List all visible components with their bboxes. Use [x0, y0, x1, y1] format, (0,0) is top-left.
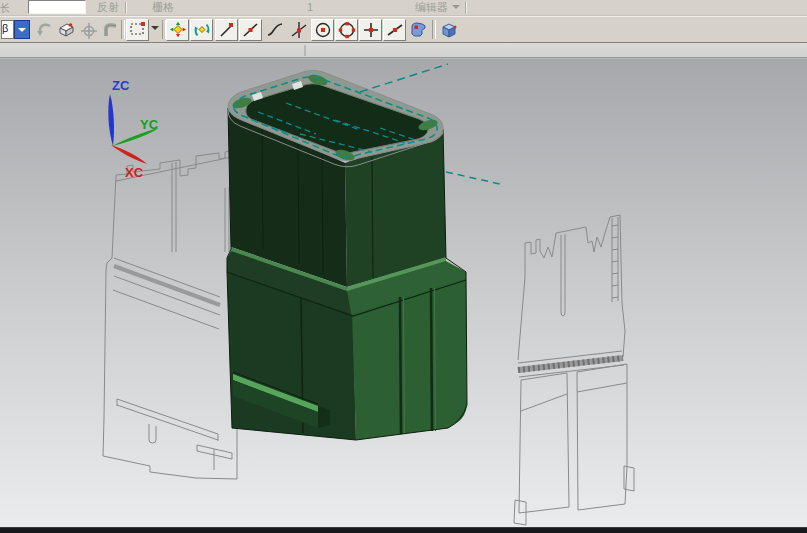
- solid-body-button[interactable]: [437, 19, 460, 41]
- z-axis-label: ZC: [112, 78, 130, 93]
- rectangle-select-dropdown[interactable]: [149, 19, 161, 41]
- chevron-down-icon: [18, 28, 26, 36]
- arc-center-snap-icon: [313, 20, 333, 40]
- intersection-snap-icon: [289, 20, 309, 40]
- tangent-point-snap-icon: [265, 20, 285, 40]
- clipped-label: 长: [0, 1, 9, 16]
- reflect-label: 反射: [97, 1, 119, 14]
- snap-point-icon: [168, 20, 188, 40]
- editor-dropdown-icon[interactable]: [452, 5, 460, 13]
- snap-toolbar: β: [0, 16, 807, 44]
- nx-cad-window: 长 反射 栅格 1 编辑器 β: [0, 0, 807, 533]
- rectangle-select-button[interactable]: [126, 19, 149, 41]
- solid-body-cube-icon: [439, 20, 459, 40]
- elbow-pipe-icon: [101, 20, 121, 40]
- toolbar-top: 长 反射 栅格 1 编辑器: [0, 0, 807, 16]
- undo-button[interactable]: [33, 19, 56, 41]
- quadrant-snap-button[interactable]: [335, 19, 358, 41]
- arc-center-snap-button[interactable]: [311, 19, 334, 41]
- endpoint-snap-button[interactable]: [215, 19, 238, 41]
- toolbar-separator: [125, 2, 126, 13]
- combo-fragment: β: [1, 20, 14, 39]
- status-bar-strip: [0, 527, 807, 533]
- toolbar-separator: [465, 2, 466, 13]
- elbow-button[interactable]: [99, 19, 122, 41]
- graphics-viewport[interactable]: ZC YC XC: [0, 42, 807, 527]
- editor-label: 编辑器: [415, 1, 448, 14]
- endpoint-snap-icon: [217, 20, 237, 40]
- rotate-point-button[interactable]: [190, 19, 213, 41]
- chevron-down-icon: [151, 26, 159, 34]
- midpoint-snap-button[interactable]: [239, 19, 262, 41]
- existing-point-snap-icon: [361, 20, 381, 40]
- point-on-curve-snap-icon: [385, 20, 405, 40]
- existing-point-snap-button[interactable]: [359, 19, 382, 41]
- rotate-point-icon: [192, 20, 212, 40]
- scene-canvas[interactable]: ZC YC XC: [0, 43, 807, 528]
- orient-view-icon: [57, 20, 77, 40]
- point-on-curve-snap-button[interactable]: [383, 19, 406, 41]
- count-label: 1: [307, 1, 313, 14]
- undo-icon: [35, 20, 55, 40]
- snap-point-button[interactable]: [166, 19, 189, 41]
- toolbar-combo-input[interactable]: [28, 0, 86, 14]
- target-point-icon: [79, 20, 99, 40]
- orient-view-button[interactable]: [55, 19, 78, 41]
- target-point-button[interactable]: [77, 19, 100, 41]
- midpoint-snap-icon: [241, 20, 261, 40]
- combo-dropdown-button[interactable]: [14, 20, 30, 39]
- toolbar-separator: [121, 20, 125, 39]
- toolbar-separator: [432, 20, 436, 39]
- point-on-face-snap-icon: [409, 20, 429, 40]
- point-on-face-snap-button[interactable]: [407, 19, 430, 41]
- y-axis-label: YC: [140, 117, 159, 132]
- rectangle-select-icon: [128, 20, 148, 40]
- intersection-snap-button[interactable]: [287, 19, 310, 41]
- quadrant-snap-icon: [337, 20, 357, 40]
- x-axis-label: XC: [125, 165, 144, 180]
- tangent-point-snap-button[interactable]: [263, 19, 286, 41]
- grid-label: 栅格: [152, 1, 174, 14]
- view-list-combo[interactable]: β: [1, 20, 30, 37]
